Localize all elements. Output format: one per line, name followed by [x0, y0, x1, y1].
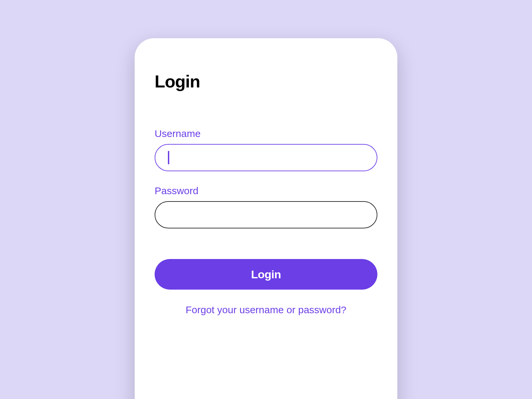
text-caret-icon	[168, 151, 169, 164]
password-input[interactable]	[155, 201, 377, 228]
forgot-credentials-link[interactable]: Forgot your username or password?	[155, 304, 377, 316]
username-field-group: Username	[155, 128, 377, 171]
password-field-group: Password	[155, 185, 377, 228]
page-title: Login	[155, 71, 377, 91]
username-label: Username	[155, 128, 377, 139]
login-button[interactable]: Login	[155, 259, 377, 290]
username-input-wrap	[155, 144, 377, 171]
login-card: Login Username Password Login Forgot you…	[135, 38, 397, 399]
password-label: Password	[155, 185, 377, 197]
username-input[interactable]	[155, 144, 377, 171]
